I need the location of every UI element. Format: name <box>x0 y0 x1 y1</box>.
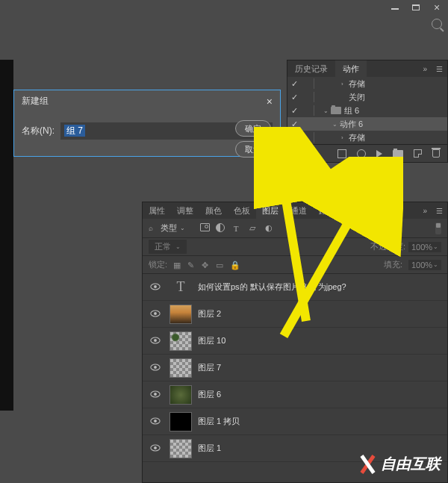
trash-icon[interactable] <box>432 149 440 158</box>
panel-menu-icon[interactable]: ☰ <box>432 207 447 215</box>
layer-name[interactable]: 如何设置ps的 默认保存图片格式 为jpeg? <box>198 281 346 293</box>
fill-input[interactable]: 100% ⌄ <box>408 260 441 270</box>
dialog-close-button[interactable]: × <box>267 96 273 107</box>
opacity-input[interactable]: 100% ⌄ <box>408 242 441 252</box>
layer-thumbnail[interactable] <box>169 305 192 324</box>
filter-image-icon[interactable] <box>200 223 210 231</box>
search-icon[interactable] <box>432 19 442 29</box>
lock-artboard-icon[interactable]: ▭ <box>216 261 224 269</box>
new-action-icon[interactable] <box>414 149 422 158</box>
filter-type-select[interactable]: 类型 ⌄ <box>158 221 188 235</box>
action-toggle-box[interactable] <box>301 105 314 116</box>
caret-icon[interactable]: › <box>341 81 349 87</box>
layer-thumbnail[interactable] <box>169 331 192 351</box>
action-row[interactable]: ✓›存储 <box>287 77 447 90</box>
caret-icon[interactable]: ⌄ <box>323 107 331 114</box>
layer-thumbnail[interactable] <box>169 412 192 431</box>
lock-all-icon[interactable]: 🔒 <box>230 261 238 269</box>
lock-brush-icon[interactable]: ✎ <box>187 261 196 269</box>
layer-name[interactable]: 图层 10 <box>198 335 225 346</box>
action-checkmark[interactable]: ✓ <box>287 93 301 102</box>
panel-more-icon[interactable]: » <box>418 207 432 215</box>
window-close-button[interactable]: × <box>427 1 447 14</box>
layer-name[interactable]: 图层 2 <box>198 308 221 320</box>
tab-history[interactable]: 历史记录 <box>287 60 335 78</box>
filter-smart-icon[interactable]: ◐ <box>264 223 274 234</box>
layer-thumbnail[interactable] <box>169 358 192 378</box>
tab-色板[interactable]: 色板 <box>228 202 256 219</box>
layer-row[interactable]: 图层 1 拷贝 <box>143 408 447 435</box>
lock-transparency-icon[interactable]: ▦ <box>173 261 181 269</box>
layer-row[interactable]: T如何设置ps的 默认保存图片格式 为jpeg? <box>143 274 447 301</box>
action-toggle-box[interactable] <box>301 92 314 102</box>
visibility-toggle[interactable] <box>147 337 164 346</box>
cancel-button[interactable]: 取消 <box>235 141 271 158</box>
chevron-down-icon: ⌄ <box>433 261 438 268</box>
ok-button[interactable]: 确定 <box>235 120 271 137</box>
action-row[interactable]: ✓⌄动作 6 <box>287 117 447 131</box>
action-checkmark[interactable]: ✓ <box>287 79 301 89</box>
layers-lock-row: 锁定: ▦ ✎ ✥ ▭ 🔒 填充: 100% ⌄ <box>143 256 447 274</box>
tab-属性[interactable]: 属性 <box>143 202 171 219</box>
canvas-edge <box>0 60 13 411</box>
layer-list: T如何设置ps的 默认保存图片格式 为jpeg?图层 2图层 10图层 7图层 … <box>143 274 447 462</box>
visibility-toggle[interactable] <box>147 283 164 292</box>
play-icon[interactable] <box>376 150 382 158</box>
tab-actions[interactable]: 动作 <box>335 60 367 78</box>
visibility-toggle[interactable] <box>147 444 164 453</box>
layer-row[interactable]: 图层 7 <box>143 355 447 381</box>
caret-icon[interactable]: ⌄ <box>332 121 340 128</box>
layer-row[interactable]: 图层 10 <box>143 328 447 355</box>
tab-调整[interactable]: 调整 <box>171 202 199 219</box>
svg-point-1 <box>154 285 157 288</box>
tab-图层[interactable]: 图层 <box>256 202 284 219</box>
filter-adjust-icon[interactable] <box>216 223 225 232</box>
maximize-button[interactable] <box>406 1 426 14</box>
visibility-toggle[interactable] <box>147 390 164 399</box>
close-icon: × <box>434 1 440 13</box>
layer-name[interactable]: 图层 1 拷贝 <box>198 416 240 427</box>
options-bar <box>0 15 448 33</box>
layer-row[interactable]: 图层 2 <box>143 301 447 328</box>
layer-name[interactable]: 图层 1 <box>198 443 221 454</box>
panel-more-icon[interactable]: » <box>418 65 432 73</box>
minimize-button[interactable] <box>385 1 405 14</box>
panel-menu-icon[interactable]: ☰ <box>432 65 447 73</box>
actions-list: ✓›存储✓关闭✓⌄组 6✓⌄动作 6✓›存储 <box>287 77 447 144</box>
tab-通道[interactable]: 通道 <box>284 202 313 219</box>
filter-toggle[interactable] <box>435 222 441 234</box>
name-label: 名称(N): <box>22 125 55 137</box>
blend-mode-select[interactable]: 正常 ⌄ <box>149 240 187 254</box>
action-checkmark[interactable]: ✓ <box>287 119 301 129</box>
action-toggle-box[interactable] <box>301 132 314 143</box>
filter-shape-icon[interactable]: ▱ <box>247 223 258 234</box>
action-checkmark[interactable]: ✓ <box>287 133 301 143</box>
svg-point-5 <box>154 339 157 342</box>
visibility-toggle[interactable] <box>147 310 164 319</box>
filter-text-icon[interactable]: T <box>231 223 241 234</box>
layer-thumbnail[interactable]: T <box>169 278 192 297</box>
tab-颜色[interactable]: 颜色 <box>199 202 228 219</box>
layer-name[interactable]: 图层 7 <box>198 362 221 373</box>
stop-icon[interactable] <box>337 149 346 158</box>
folder-icon[interactable] <box>393 150 403 158</box>
action-row[interactable]: ✓关闭 <box>287 90 447 104</box>
action-checkmark[interactable]: ✓ <box>287 106 301 116</box>
action-row[interactable]: ✓›存储 <box>287 131 447 144</box>
layer-thumbnail[interactable] <box>169 385 192 405</box>
action-toggle-box[interactable] <box>301 119 314 129</box>
svg-point-11 <box>154 420 157 423</box>
caret-icon[interactable]: › <box>341 134 349 141</box>
record-icon[interactable] <box>357 149 366 158</box>
layer-thumbnail[interactable] <box>169 439 192 458</box>
svg-point-9 <box>154 393 157 396</box>
visibility-toggle[interactable] <box>147 417 164 426</box>
layer-row[interactable]: 图层 6 <box>143 381 447 408</box>
action-row[interactable]: ✓⌄组 6 <box>287 104 447 117</box>
visibility-toggle[interactable] <box>147 364 164 373</box>
lock-move-icon[interactable]: ✥ <box>202 261 210 269</box>
filter-type-label: 类型 <box>161 222 177 234</box>
action-toggle-box[interactable] <box>301 78 314 89</box>
layer-name[interactable]: 图层 6 <box>198 389 221 400</box>
tab-路径[interactable]: 路径 <box>313 202 341 219</box>
